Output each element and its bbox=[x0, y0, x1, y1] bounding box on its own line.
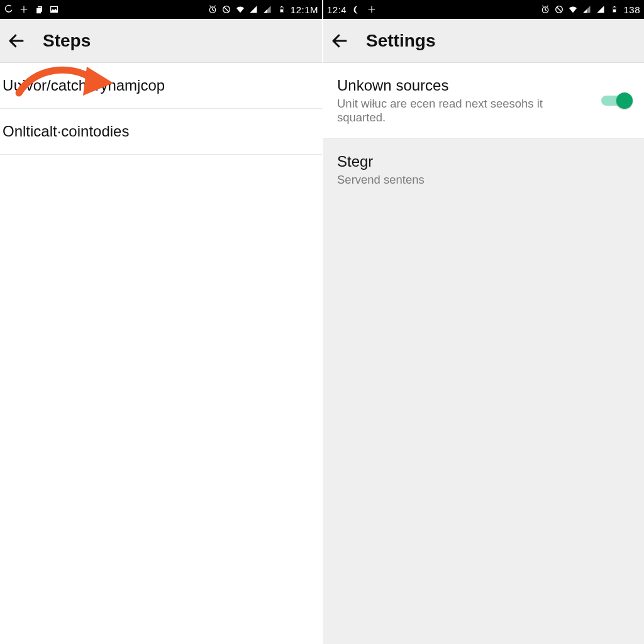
toggle-switch[interactable] bbox=[600, 92, 633, 109]
image-icon bbox=[49, 4, 59, 14]
list: Unkown sources Unit wiłuc are ecen read … bbox=[323, 63, 644, 201]
signal2-icon bbox=[263, 4, 273, 14]
row-title: Onlticalt·cointodies bbox=[3, 123, 311, 140]
status-bar: 12:1M bbox=[0, 0, 322, 19]
dnd-icon bbox=[554, 4, 564, 14]
page-title: Settings bbox=[366, 31, 435, 51]
action-bar: Steps bbox=[0, 19, 322, 63]
empty-area bbox=[323, 201, 644, 644]
signal-icon bbox=[249, 4, 259, 14]
page-title: Steps bbox=[43, 31, 91, 51]
action-bar: Settings bbox=[323, 19, 644, 63]
signal2-icon bbox=[596, 4, 606, 14]
row-subtitle: Unit wiłuc are ecen read next seesohs it… bbox=[337, 97, 592, 125]
status-time-left: 12:4 bbox=[327, 4, 347, 15]
screen-settings: 12:4 bbox=[322, 0, 644, 644]
signal-icon bbox=[582, 4, 592, 14]
list-item[interactable]: Onlticalt·cointodies bbox=[0, 109, 322, 155]
moon-icon bbox=[352, 4, 362, 14]
wifi-icon bbox=[235, 4, 245, 14]
row-subtitle: Servend sentens bbox=[337, 173, 633, 187]
battery-icon bbox=[277, 4, 287, 14]
status-time: 12:1M bbox=[291, 4, 318, 15]
status-left: 12:4 bbox=[327, 4, 377, 15]
list: Uʋivor/catcherynamjcop Onlticalt·cointod… bbox=[0, 63, 322, 155]
plus-icon bbox=[19, 4, 29, 14]
battery-icon bbox=[609, 4, 619, 14]
list-item[interactable]: Uʋivor/catcherynamjcop bbox=[0, 63, 322, 109]
wifi-icon bbox=[568, 4, 578, 14]
status-right: 12:1M bbox=[208, 4, 318, 15]
alarm-icon bbox=[540, 4, 550, 14]
row-title: Unkown sources bbox=[337, 77, 592, 94]
screen-steps: 12:1M Steps Uʋivor/catcherynamjcop Onlti… bbox=[0, 0, 322, 644]
setting-stegr[interactable]: Stegr Servend sentens bbox=[323, 139, 644, 201]
dnd-icon bbox=[221, 4, 231, 14]
setting-unknown-sources[interactable]: Unkown sources Unit wiłuc are ecen read … bbox=[323, 63, 644, 139]
toggle-thumb bbox=[616, 92, 633, 109]
alarm-icon bbox=[208, 4, 218, 14]
row-title: Uʋivor/catcherynamjcop bbox=[3, 77, 311, 94]
copy-icon bbox=[34, 4, 44, 14]
back-button[interactable] bbox=[4, 28, 29, 53]
status-time-right: 138 bbox=[623, 4, 640, 15]
back-button[interactable] bbox=[327, 28, 352, 53]
row-title: Stegr bbox=[337, 153, 633, 170]
status-right: 138 bbox=[540, 4, 640, 15]
status-bar: 12:4 bbox=[323, 0, 644, 19]
status-left bbox=[4, 4, 59, 14]
plus-icon bbox=[367, 4, 377, 14]
refresh-icon bbox=[4, 4, 14, 14]
